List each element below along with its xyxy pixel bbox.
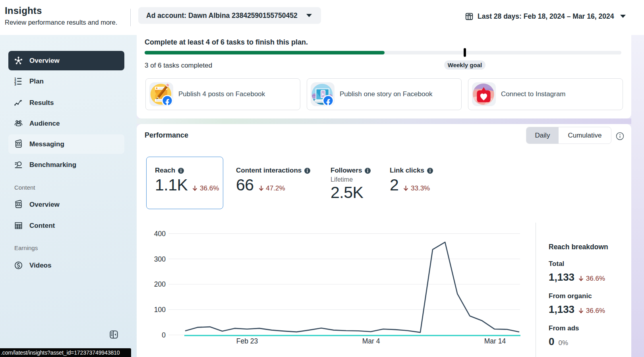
- svg-text:400: 400: [154, 230, 166, 238]
- svg-text:Mar 4: Mar 4: [362, 337, 380, 345]
- svg-text:300: 300: [154, 255, 166, 263]
- svg-text:100: 100: [154, 306, 166, 314]
- svg-text:200: 200: [154, 280, 166, 288]
- svg-text:0: 0: [162, 331, 166, 339]
- svg-text:Feb 23: Feb 23: [236, 337, 258, 345]
- svg-text:Mar 14: Mar 14: [484, 337, 506, 345]
- svg-text:3: 3: [14, 82, 16, 86]
